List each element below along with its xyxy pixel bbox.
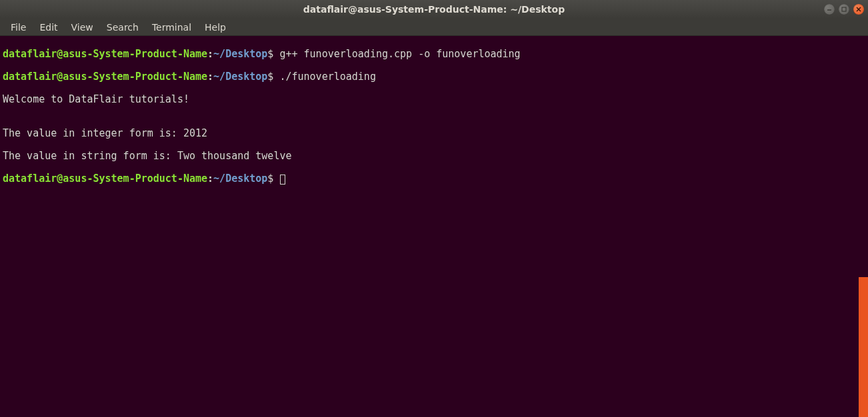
minimize-button[interactable]: [824, 4, 835, 15]
prompt-user: dataflair@asus-System-Product-Name: [3, 48, 207, 60]
close-button[interactable]: [853, 4, 864, 15]
prompt-path: /Desktop: [219, 71, 267, 83]
prompt-colon: :: [207, 48, 213, 60]
prompt-colon: :: [207, 71, 213, 83]
menu-view[interactable]: View: [65, 20, 100, 35]
prompt-tilde: ~: [213, 173, 219, 185]
window-title: dataflair@asus-System-Product-Name: ~/De…: [303, 4, 565, 15]
maximize-icon: [841, 7, 847, 12]
prompt-path: /Desktop: [219, 173, 267, 185]
title-bar: dataflair@asus-System-Product-Name: ~/De…: [0, 0, 868, 19]
menu-bar: File Edit View Search Terminal Help: [0, 19, 868, 36]
command-text: [273, 173, 279, 185]
command-text: g++ funoverloading.cpp -o funoverloading: [279, 48, 520, 60]
menu-edit[interactable]: Edit: [33, 20, 64, 35]
window-controls: [824, 4, 864, 15]
svg-rect-1: [842, 7, 846, 11]
terminal-line: dataflair@asus-System-Product-Name:~/Des…: [3, 71, 865, 83]
menu-terminal[interactable]: Terminal: [145, 20, 198, 35]
menu-search[interactable]: Search: [100, 20, 145, 35]
terminal-output: The value in integer form is: 2012: [3, 128, 865, 139]
terminal-output: Welcome to DataFlair tutorials!: [3, 94, 865, 105]
command-text: ./funoverloading: [279, 71, 376, 83]
terminal-line: dataflair@asus-System-Product-Name:~/Des…: [3, 49, 865, 60]
menu-help[interactable]: Help: [198, 20, 233, 35]
prompt-tilde: ~: [213, 71, 219, 83]
scrollbar[interactable]: [859, 277, 868, 417]
close-icon: [856, 7, 861, 12]
terminal-line: dataflair@asus-System-Product-Name:~/Des…: [3, 173, 865, 185]
cursor-icon: [280, 175, 285, 185]
prompt-user: dataflair@asus-System-Product-Name: [3, 173, 207, 185]
minimize-icon: [827, 7, 832, 12]
menu-file[interactable]: File: [4, 20, 33, 35]
prompt-path: /Desktop: [219, 48, 267, 60]
prompt-tilde: ~: [213, 48, 219, 60]
terminal-output: The value in string form is: Two thousan…: [3, 151, 865, 162]
prompt-colon: :: [207, 173, 213, 185]
prompt-user: dataflair@asus-System-Product-Name: [3, 71, 207, 83]
maximize-button[interactable]: [839, 4, 849, 15]
terminal-area[interactable]: dataflair@asus-System-Product-Name:~/Des…: [0, 36, 868, 417]
